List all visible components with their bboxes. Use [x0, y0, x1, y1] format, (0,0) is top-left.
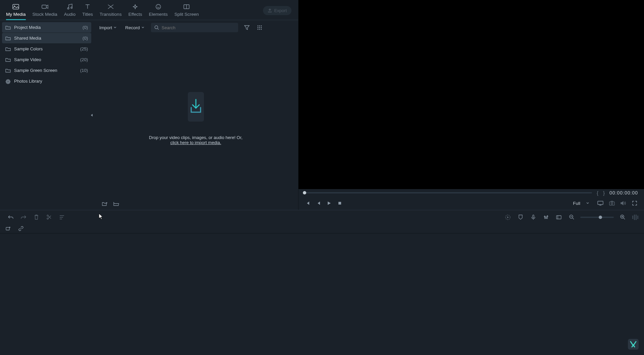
sidebar-item-count: (25) [80, 46, 88, 51]
tab-transitions[interactable]: Transitions [96, 0, 125, 20]
svg-rect-35 [533, 215, 534, 218]
svg-point-16 [6, 82, 7, 83]
preview-scrubber[interactable] [305, 192, 592, 193]
sidebar-item-photos-library[interactable]: Photos Library [2, 76, 91, 86]
preview-panel: { } 00:00:00:00 Full [299, 0, 644, 210]
svg-point-3 [67, 8, 69, 9]
svg-point-7 [159, 6, 160, 6]
mark-out-button[interactable]: } [603, 190, 605, 196]
grid-view-button[interactable] [256, 24, 264, 32]
step-forward-button[interactable] [315, 200, 321, 206]
tab-elements[interactable]: Elements [146, 0, 171, 20]
svg-point-22 [257, 27, 258, 28]
folder-icon [5, 57, 11, 62]
sidebar-item-sample-video[interactable]: Sample Video (20) [2, 54, 91, 65]
tab-split-screen[interactable]: Split Screen [171, 0, 202, 20]
redo-button[interactable] [19, 213, 28, 221]
add-track-button[interactable] [4, 225, 12, 233]
sidebar-item-label: Sample Green Screen [14, 68, 80, 73]
zoom-in-button[interactable] [619, 213, 627, 221]
svg-point-12 [6, 81, 7, 82]
smile-icon [155, 3, 162, 10]
sidebar-item-sample-green-screen[interactable]: Sample Green Screen (10) [2, 65, 91, 76]
export-button[interactable]: Export [263, 6, 291, 15]
new-folder-button[interactable] [101, 200, 109, 208]
mark-in-button[interactable]: { [597, 190, 598, 196]
sidebar-collapse-handle[interactable] [90, 111, 93, 119]
svg-point-33 [47, 218, 48, 219]
svg-point-11 [7, 83, 8, 84]
preview-viewport[interactable] [299, 0, 644, 189]
sidebar-item-project-media[interactable]: Project Media (0) [2, 22, 91, 33]
svg-point-4 [71, 7, 72, 9]
tab-audio[interactable]: Audio [61, 0, 79, 20]
split-button[interactable] [45, 213, 53, 221]
undo-button[interactable] [7, 213, 15, 221]
media-toolbar: Import Record [93, 20, 298, 35]
chevron-down-icon [586, 202, 589, 204]
edit-menu-button[interactable] [58, 213, 66, 221]
preview-timecode: 00:00:00:00 [609, 190, 638, 195]
play-button[interactable] [326, 200, 332, 206]
search-box[interactable] [151, 23, 238, 32]
snapshot-button[interactable] [608, 200, 615, 207]
media-bottom-bar [93, 198, 298, 210]
app-badge[interactable] [627, 338, 639, 350]
preview-size-dropdown[interactable]: Full [573, 201, 589, 206]
sidebar-item-count: (0) [83, 36, 88, 41]
sidebar-item-sample-colors[interactable]: Sample Colors (25) [2, 44, 91, 54]
render-preview-button[interactable] [504, 213, 512, 221]
link-button[interactable] [17, 225, 25, 233]
flower-icon [5, 79, 11, 84]
category-tabs: My Media Stock Media Audio Titles [0, 0, 298, 20]
tab-titles[interactable]: Titles [79, 0, 96, 20]
svg-rect-29 [598, 201, 603, 205]
sidebar-item-label: Project Media [14, 25, 83, 30]
svg-point-36 [544, 216, 545, 217]
record-dropdown[interactable]: Record [123, 24, 146, 32]
media-drop-area[interactable]: Drop your video clips, images, or audio … [93, 35, 298, 198]
folder-icon [5, 68, 11, 73]
splitscreen-icon [183, 3, 190, 10]
marker-button[interactable] [517, 213, 525, 221]
folder-icon [5, 25, 11, 30]
keyframe-panel-button[interactable] [555, 213, 563, 221]
fullscreen-button[interactable] [631, 200, 638, 207]
search-input[interactable] [162, 25, 235, 30]
audio-mixer-button[interactable] [542, 213, 550, 221]
zoom-thumb[interactable] [599, 216, 602, 219]
svg-point-27 [261, 29, 262, 30]
svg-point-17 [9, 82, 10, 83]
upload-icon [268, 8, 272, 13]
timeline-options-bar [0, 224, 644, 233]
zoom-slider[interactable] [580, 217, 614, 218]
import-link[interactable]: click here to import media. [149, 140, 243, 145]
svg-rect-2 [42, 5, 46, 8]
scrubber-thumb[interactable] [303, 191, 306, 194]
zoom-fit-button[interactable] [631, 213, 639, 221]
chevron-down-icon [114, 27, 116, 29]
cursor-icon [99, 213, 103, 220]
import-dropdown[interactable]: Import [97, 24, 118, 32]
music-icon [66, 3, 73, 10]
zoom-out-button[interactable] [568, 213, 576, 221]
svg-rect-39 [556, 216, 561, 219]
display-mode-button[interactable] [597, 200, 604, 207]
tab-my-media[interactable]: My Media [3, 0, 29, 20]
open-folder-button[interactable] [112, 200, 120, 208]
sidebar-item-count: (10) [80, 68, 88, 73]
tab-effects[interactable]: Effects [125, 0, 146, 20]
folder-icon [5, 36, 11, 41]
media-sidebar: Project Media (0) Shared Media (0) Sampl… [0, 20, 93, 210]
record-label: Record [125, 25, 140, 30]
filter-button[interactable] [243, 24, 251, 32]
sidebar-item-shared-media[interactable]: Shared Media (0) [2, 33, 91, 43]
delete-button[interactable] [32, 213, 40, 221]
volume-button[interactable] [620, 200, 627, 207]
tab-stock-media[interactable]: Stock Media [29, 0, 61, 20]
svg-point-20 [259, 26, 260, 27]
voiceover-button[interactable] [529, 213, 537, 221]
step-back-button[interactable] [305, 200, 311, 206]
stop-button[interactable] [337, 200, 343, 206]
svg-point-23 [259, 27, 260, 28]
